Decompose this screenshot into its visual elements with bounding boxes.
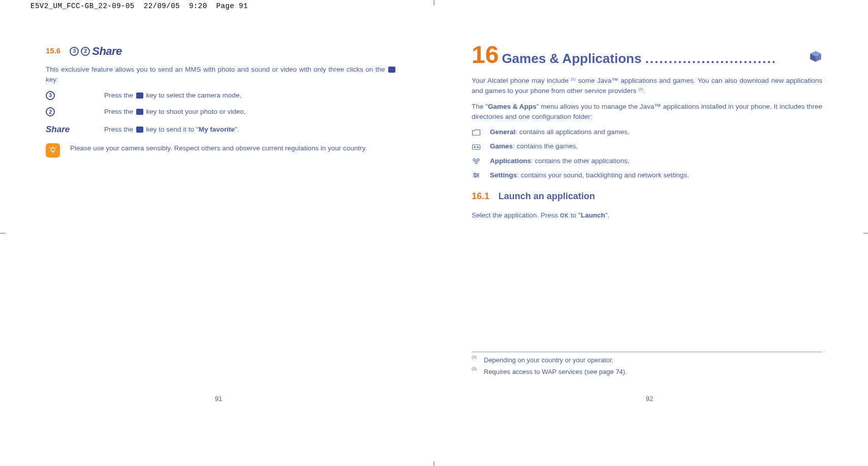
svg-line-3: [55, 147, 56, 148]
chapter-header: 16 Games & Applications ................…: [472, 43, 822, 69]
subsection-header: 16.1 Launch an application: [472, 190, 822, 203]
svg-point-14: [474, 173, 475, 174]
step1-icon: 3: [46, 91, 76, 100]
step2-text: Press the key to shoot your photo or vid…: [104, 107, 245, 117]
dir-settings: Settings: contains your sound, backlight…: [472, 170, 822, 180]
share-logo-3-icon: 3: [70, 47, 79, 56]
step-row-2: 2 Press the key to shoot your photo or v…: [46, 107, 396, 117]
step3-icon: Share: [46, 123, 76, 136]
share-logo: 3 2 Share: [70, 43, 122, 59]
chapter-number: 16: [472, 43, 499, 67]
step-row-1: 3 Press the key to select the camera mod…: [46, 90, 396, 101]
svg-line-2: [49, 147, 50, 148]
page-right: 16 Games & Applications ................…: [461, 22, 838, 409]
svg-point-9: [477, 159, 480, 161]
dir-general: General: contains all applications and g…: [472, 127, 822, 137]
camera-key-icon: [388, 67, 395, 73]
svg-point-0: [51, 147, 55, 151]
chapter-title: Games & Applications ...................…: [502, 49, 806, 69]
applications-cube-icon: [809, 50, 822, 66]
intro-paragraph: This exclusive feature allows you to sen…: [46, 65, 396, 85]
share-logo-2-icon: 2: [81, 47, 90, 56]
svg-point-7: [477, 146, 478, 147]
svg-point-8: [473, 159, 476, 161]
subsection-number: 16.1: [472, 191, 489, 201]
folder-icon: [472, 129, 481, 136]
launch-text: Select the application. Press OK to "Lau…: [472, 210, 822, 221]
page-number-left: 91: [215, 394, 222, 404]
tip-lightbulb-icon: [46, 143, 60, 158]
subsection-title: Launch an application: [499, 191, 595, 201]
footnotes: (1) Depending on your country or your op…: [472, 352, 822, 378]
dir-games: Games: contains the games,: [472, 141, 822, 151]
applications-icon: [472, 158, 481, 165]
header-time: 9:20: [189, 2, 207, 10]
section-header: 15.6 3 2 Share: [46, 43, 396, 59]
svg-point-6: [474, 146, 475, 147]
svg-point-10: [475, 162, 478, 164]
chapter-intro-2: The "Games & Apps" menu allows you to ma…: [472, 102, 822, 122]
camera-key-icon: [136, 127, 143, 133]
svg-point-16: [475, 176, 476, 177]
header-filename: E5V2_UM_FCC-GB_22-09-05: [30, 2, 135, 10]
svg-rect-5: [473, 145, 480, 149]
page-number-right: 92: [646, 394, 653, 404]
page-left: 15.6 3 2 Share This exclusive feature al…: [30, 22, 407, 409]
tip-callout: Please use your camera sensibly. Respect…: [46, 143, 396, 158]
section-number: 15.6: [46, 45, 60, 57]
svg-point-15: [477, 175, 478, 176]
step-row-3: Share Press the key to send it to "My fa…: [46, 123, 396, 136]
step2-icon: 2: [46, 107, 76, 116]
ok-key-icon: OK: [560, 213, 569, 219]
camera-key-icon: [136, 92, 143, 99]
step1-text: Press the key to select the camera mode,: [104, 90, 241, 101]
share-logo-text: Share: [92, 43, 122, 59]
footnote-2: (2) Requires access to WAP services (see…: [472, 367, 822, 377]
games-icon: [472, 143, 481, 150]
camera-key-icon: [136, 109, 143, 115]
footnote-1: (1) Depending on your country or your op…: [472, 355, 822, 365]
header-pageref: Page 91: [216, 2, 248, 10]
step3-text: Press the key to send it to "My favorite…: [104, 125, 239, 135]
dir-applications: Applications: contains the other applica…: [472, 156, 822, 166]
tip-text: Please use your camera sensibly. Respect…: [70, 143, 367, 153]
header-date: 22/09/05: [144, 2, 180, 10]
settings-icon: [472, 172, 481, 179]
chapter-intro-1: Your Alcatel phone may include (1) some …: [472, 76, 822, 97]
print-header: E5V2_UM_FCC-GB_22-09-05 22/09/05 9:20 Pa…: [0, 0, 248, 12]
